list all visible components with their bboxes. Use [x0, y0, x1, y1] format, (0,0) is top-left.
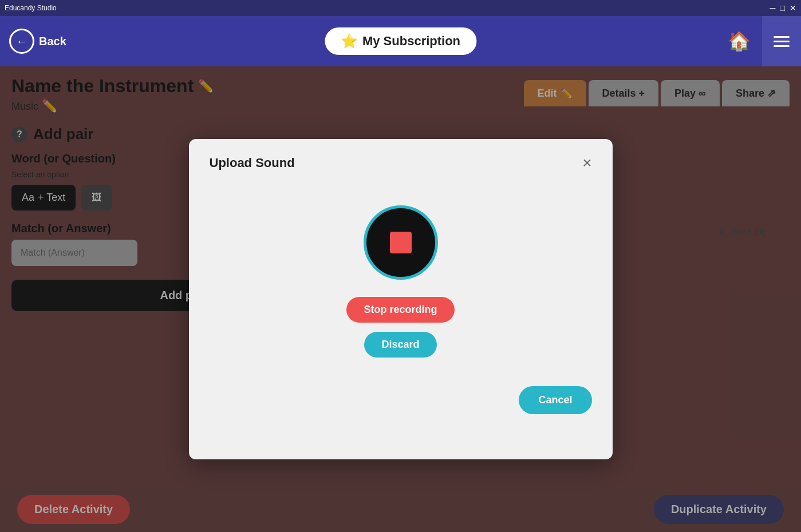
title-bar: Educandy Studio ─ □ ✕: [0, 0, 801, 16]
home-button[interactable]: 🏠: [716, 16, 762, 66]
window-controls[interactable]: ─ □ ✕: [770, 4, 796, 12]
subscription-button[interactable]: ⭐ My Subscription: [325, 27, 476, 55]
menu-line-2: [774, 41, 790, 42]
modal-header: Upload Sound ×: [210, 155, 592, 171]
menu-button[interactable]: [762, 16, 801, 66]
cancel-button[interactable]: Cancel: [519, 386, 591, 414]
app-name: Educandy Studio: [5, 4, 57, 12]
back-button[interactable]: ← Back: [9, 29, 66, 54]
subscription-label: My Subscription: [362, 34, 460, 49]
header-right: 🏠: [716, 16, 801, 66]
back-circle-icon: ←: [9, 29, 34, 54]
menu-line-3: [774, 45, 790, 47]
stop-recording-button[interactable]: Stop recording: [346, 297, 454, 323]
minimize-button[interactable]: ─: [770, 4, 776, 12]
upload-sound-modal: Upload Sound × Stop recording Discard Ca…: [189, 139, 613, 459]
modal-footer: Cancel: [210, 386, 592, 414]
main-content: Name the Instrument ✏️ Music ✏️ Edit ✏️ …: [0, 66, 801, 532]
modal-title: Upload Sound: [210, 156, 295, 170]
star-icon: ⭐: [341, 33, 358, 49]
menu-line-1: [774, 36, 790, 38]
record-stop-square-icon: [390, 232, 412, 253]
close-button[interactable]: ✕: [790, 4, 796, 12]
modal-body: Stop recording Discard: [210, 182, 592, 369]
app-header: ← Back ⭐ My Subscription 🏠: [0, 16, 801, 66]
record-button[interactable]: [364, 205, 438, 280]
modal-close-button[interactable]: ×: [582, 155, 591, 171]
maximize-button[interactable]: □: [780, 4, 785, 12]
back-label: Back: [39, 35, 66, 48]
discard-button[interactable]: Discard: [364, 332, 436, 358]
